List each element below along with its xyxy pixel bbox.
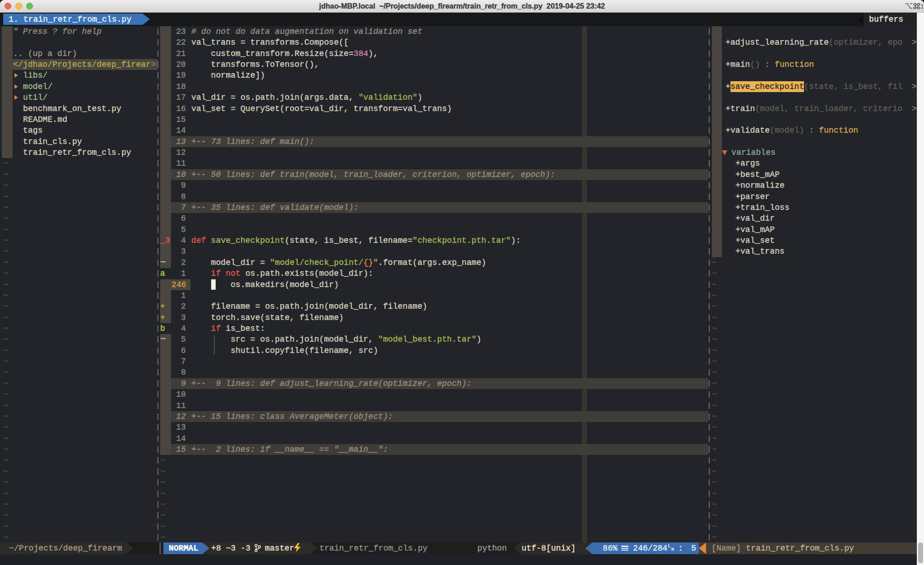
svg-text:1: 1 xyxy=(920,3,923,10)
